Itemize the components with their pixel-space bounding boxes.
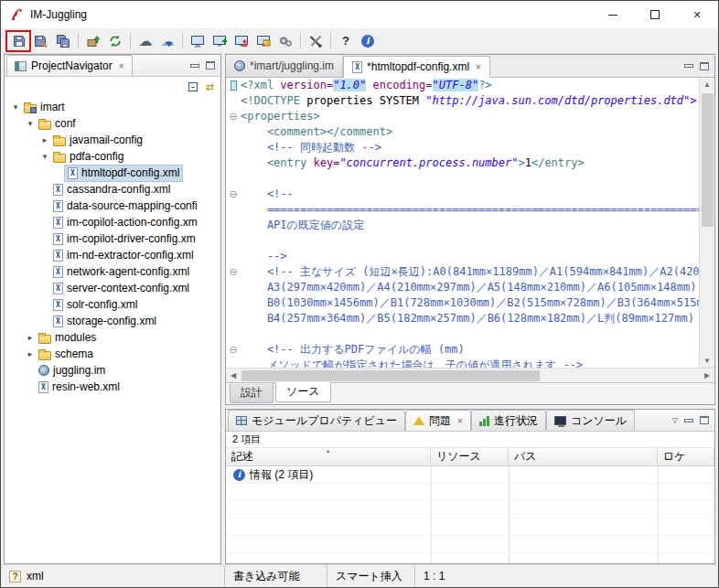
maximize-button[interactable] [634, 1, 676, 28]
tree-item-im-nd-extractor-config.xml[interactable]: Xim-nd-extractor-config.xml [5, 247, 220, 263]
tree-item-label: imart [40, 101, 65, 113]
tree-item-im-copilot-driver-config.xm[interactable]: Xim-copilot-driver-config.xm [5, 230, 220, 247]
tree-item-modules[interactable]: ▸modules [5, 329, 220, 346]
scrollbar-thumb[interactable] [241, 370, 540, 381]
tree-item-solr-config.xml[interactable]: Xsolr-config.xml [5, 296, 220, 313]
column-header-resource[interactable]: リソース [431, 448, 509, 465]
fold-collapse-icon[interactable]: ⊖ [226, 264, 241, 280]
tree-item-htmltopdf-config.xml[interactable]: Xhtmltopdf-config.xml [5, 165, 220, 181]
minimize-view-icon[interactable] [684, 419, 693, 422]
tab-htmltopdf-config-xml[interactable]: X *htmltopdf-config.xml × [343, 56, 490, 78]
tree-item-juggling.im[interactable]: juggling.im [5, 362, 220, 379]
editor-body: <?xml version="1.0" encoding="UTF-8"?><!… [226, 78, 714, 368]
im-icon [38, 365, 49, 376]
collapsed-arrow-icon[interactable]: ▸ [25, 349, 36, 358]
maximize-view-icon[interactable] [700, 416, 709, 424]
minimize-icon [608, 15, 617, 16]
code-lines[interactable]: <?xml version="1.0" encoding="UTF-8"?><!… [226, 78, 699, 368]
tree-item-conf[interactable]: ▾conf [5, 115, 220, 132]
close-view-icon[interactable]: × [457, 416, 463, 426]
monitor-add-button[interactable] [209, 30, 231, 52]
code-line: ========================================… [226, 202, 699, 218]
tree-item-label: schema [55, 347, 93, 360]
collapsed-arrow-icon[interactable]: ▸ [39, 135, 50, 144]
tab-module-property-view[interactable]: モジュールプロパティビュー [228, 410, 405, 431]
tab-source[interactable]: ソース [275, 382, 331, 402]
vertical-scrollbar[interactable]: ▲ ▼ [699, 78, 714, 368]
close-view-icon[interactable]: × [119, 61, 124, 71]
editor-panel: *imart/juggling.im X *htmltopdf-config.x… [225, 54, 715, 405]
tree-item-label: im-copilot-driver-config.xm [67, 232, 196, 245]
tree-item-cassandra-config.xml[interactable]: Xcassandra-config.xml [5, 181, 220, 198]
close-tab-icon[interactable]: × [476, 62, 481, 72]
expanded-arrow-icon[interactable]: ▾ [39, 152, 50, 161]
tree-item-javamail-config[interactable]: ▸javamail-config [5, 132, 220, 148]
save-all-button[interactable] [52, 30, 74, 52]
tree-item-label: cassandra-config.xml [67, 183, 170, 196]
monitor-button[interactable] [187, 30, 209, 52]
cloud-download-button[interactable]: ☁ [134, 30, 156, 52]
save-as-button[interactable] [30, 30, 52, 52]
toolbar-separator [78, 33, 79, 49]
scroll-left-icon[interactable]: ◀ [226, 369, 241, 382]
maximize-view-icon[interactable] [206, 61, 215, 69]
save-icon [12, 34, 27, 48]
fold-gutter [226, 233, 241, 249]
tree-item-label: storage-config.xml [67, 315, 156, 327]
column-header-location[interactable]: ロケ [658, 448, 714, 465]
minimize-button[interactable] [592, 1, 634, 28]
toolbar-separator [130, 33, 131, 49]
tree-item-storage-config.xml[interactable]: Xstorage-config.xml [5, 313, 220, 329]
link-with-editor-icon[interactable]: ⇄ [206, 81, 214, 93]
scrollbar-thumb[interactable] [702, 93, 714, 227]
tab-project-navigator[interactable]: ProjectNavigator × [6, 55, 133, 76]
minimize-view-icon[interactable] [190, 64, 199, 68]
tree-item-network-agent-config.xml[interactable]: Xnetwork-agent-config.xml [5, 263, 220, 280]
expanded-arrow-icon[interactable]: ▾ [25, 119, 36, 128]
maximize-view-icon[interactable] [700, 62, 709, 70]
column-header-path[interactable]: パス [509, 448, 658, 465]
code-line: ⊖ <!-- [226, 187, 699, 202]
import-button[interactable] [82, 30, 104, 52]
tree-item-resin-web.xml[interactable]: Xresin-web.xml [5, 379, 220, 395]
tools-button[interactable] [305, 30, 327, 52]
gears-button[interactable] [274, 30, 296, 52]
tree-item-schema[interactable]: ▸schema [5, 346, 220, 362]
tree-item-server-context-config.xml[interactable]: Xserver-context-config.xml [5, 280, 220, 296]
column-header-description[interactable]: ▲ 記述 [226, 448, 431, 465]
empty-row [226, 501, 714, 519]
minimize-view-icon[interactable] [684, 64, 693, 68]
tree-item-im-copilot-action-config.xm[interactable]: Xim-copilot-action-config.xm [5, 214, 220, 230]
tab-problems[interactable]: 問題 × [405, 410, 471, 431]
tab-design[interactable]: 設計 [230, 383, 274, 403]
xml-icon: X [53, 299, 63, 311]
info-button[interactable]: i [357, 30, 379, 52]
tree-item-label: server-context-config.xml [67, 282, 189, 294]
scroll-right-icon[interactable]: ▶ [700, 369, 714, 382]
horizontal-scrollbar[interactable]: ◀ ▶ [226, 368, 714, 382]
fold-collapse-icon[interactable]: ⊖ [226, 187, 241, 202]
info-icon: i [361, 35, 374, 48]
view-menu-icon[interactable]: ▽ [672, 416, 678, 424]
scroll-up-icon[interactable]: ▲ [700, 78, 714, 91]
collapsed-arrow-icon[interactable]: ▸ [25, 333, 36, 342]
tree-item-data-source-mapping-confi[interactable]: Xdata-source-mapping-confi [5, 198, 220, 214]
expanded-arrow-icon[interactable]: ▾ [10, 102, 21, 112]
help-button[interactable]: ? [335, 30, 357, 52]
tab-juggling-im[interactable]: *imart/juggling.im [226, 55, 343, 77]
fold-collapse-icon[interactable]: ⊖ [226, 342, 241, 358]
refresh-button[interactable] [104, 30, 126, 52]
tab-progress[interactable]: 進行状況 [471, 410, 546, 431]
collapse-all-icon[interactable] [188, 82, 198, 91]
cloud-sync-button[interactable]: ☁ [156, 30, 178, 52]
save-button[interactable] [8, 30, 30, 52]
tree-item-imart[interactable]: ▾imart [5, 99, 220, 115]
monitor-user-button[interactable] [231, 30, 252, 52]
scroll-down-icon[interactable]: ▼ [700, 354, 714, 368]
close-button[interactable]: × [676, 1, 718, 28]
tree-item-pdfa-config[interactable]: ▾pdfa-config [5, 148, 220, 165]
problems-row[interactable]: i情報 (2 項目) [226, 466, 714, 484]
monitor-image-button[interactable] [252, 30, 274, 52]
fold-collapse-icon[interactable]: ⊖ [226, 109, 241, 124]
tab-console[interactable]: コンソール [546, 410, 635, 431]
